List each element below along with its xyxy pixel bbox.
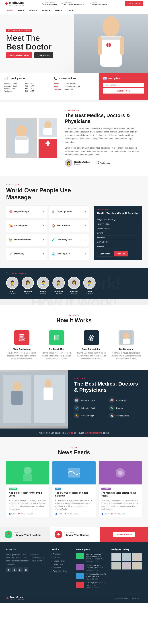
blog-author-2: 👤 ADMIN	[55, 513, 62, 515]
dept-psychotherapy-num: 1	[43, 210, 44, 213]
dept-item-small-inj2[interactable]: 🩺 Small Injuries 8	[49, 248, 89, 260]
footer-link-vet[interactable]: Veterinary	[51, 567, 72, 569]
footer-facebook-icon[interactable]: f	[6, 568, 11, 572]
dept-lab-icon: 🧪	[51, 238, 55, 242]
learn-more-button[interactable]: LEARN MORE	[34, 52, 54, 58]
blog-author-1: 👤 ADMIN	[9, 513, 16, 515]
footer-copyright: Copyright © GoomodalTheme - 2022	[114, 597, 142, 599]
service-item-advanced[interactable]: 🏥 Advanced Care	[74, 398, 107, 403]
social-google-icon[interactable]: g	[71, 92, 76, 96]
doctor-avatar-jhon: 👨‍⚕️	[83, 277, 96, 289]
doctor-card-romada[interactable]: 👩‍⚕️ Romada Specialist	[68, 277, 80, 294]
footer-link-retirement[interactable]: Retirement Home	[51, 570, 72, 572]
social-instagram-icon[interactable]: in	[65, 92, 70, 96]
service-item-psychology[interactable]: 🧠 Psychology	[109, 398, 142, 403]
contact-email-row: Email info@mediguss.com	[54, 86, 94, 87]
social-twitter-icon[interactable]: t	[60, 92, 64, 96]
service-item-psychotherapy[interactable]: 💊 Psychotherapy	[74, 413, 107, 418]
footer-link-emergency[interactable]: Emergency	[51, 553, 72, 555]
subscribe-button[interactable]: Subscribe Now	[103, 88, 144, 94]
dept-small-injuries-name: Small Injuries	[14, 224, 27, 227]
nav-contact[interactable]: CONTACT	[64, 7, 78, 14]
footer-recent-title: Recent posts	[76, 548, 107, 551]
hero-title-line2: Best Doctor	[6, 42, 52, 51]
dept-item-pharmacy[interactable]: 💉 Pharmacy 4	[6, 248, 47, 260]
dept-retirement-num: 3	[43, 238, 44, 241]
blog-content-3: FASHION The recorded voice scratched the…	[99, 484, 142, 518]
service-item-respite[interactable]: 🏠 Respite Home	[109, 413, 142, 418]
how-label: PROCESS	[6, 314, 142, 316]
blog-image-2	[52, 461, 96, 484]
gallery-img-1[interactable]	[111, 553, 121, 561]
service-psychology-name: Psychology	[116, 399, 126, 402]
how-title: How It Works	[6, 317, 142, 324]
nav-service[interactable]: SERVICE	[27, 7, 40, 14]
doctor-name-taimur: Taimur	[37, 290, 49, 293]
dept-item-small-injuries[interactable]: 💊 Small Injuries 2	[6, 220, 47, 232]
nav-about[interactable]: ABOUT	[15, 7, 27, 14]
gallery-img-3[interactable]	[132, 553, 142, 561]
nav-blog[interactable]: BLOG ▾	[52, 7, 64, 14]
email-info: ✉ Email Address HELLO@MEDIGUSS.COM	[61, 2, 84, 5]
doctor-card-romana[interactable]: 👩‍⚕️ Romana Specialist	[22, 277, 34, 294]
dept-item-psychotherapy[interactable]: 🧠 Psychotherapy 1	[6, 206, 47, 218]
service-item-corona[interactable]: 🦠 Corona	[109, 405, 142, 411]
dept-item-lab[interactable]: 🧪 Laboratory Test 7	[49, 234, 89, 246]
service-respite-icon: 🏠	[109, 413, 115, 418]
footer-post-date-4: February 10, 2020	[85, 587, 107, 589]
departments-section: DEPARTMENTS World Over People Use Massag…	[0, 176, 148, 268]
footer-link-respite[interactable]: Respite Home	[51, 560, 72, 562]
footer-linkedin-icon[interactable]: in	[24, 568, 28, 572]
emergency-item-optima: Optima ›	[97, 231, 139, 235]
blog-text-1: A campaign manager or campaign director …	[9, 499, 47, 511]
service-psychology-icon: 🧠	[109, 398, 115, 403]
doctor-card-jhon[interactable]: 👨‍⚕️ Jhon Specialist	[83, 277, 96, 294]
how-icon-scheming	[119, 330, 134, 345]
service-psychotherapy-name: Psychotherapy	[81, 414, 94, 417]
doctor-card-rosalina[interactable]: 👩‍⚕️ Rosalina Specialist	[52, 277, 65, 294]
get-care-now-button[interactable]: ❤ Get Care Now	[113, 532, 135, 537]
make-call-button[interactable]: Make Call	[114, 251, 128, 256]
service-item-lab[interactable]: 🧪 Laboratory Test	[74, 405, 107, 411]
cta-appointment-link[interactable]: An Appointment	[85, 432, 102, 434]
footer-service-col: Service Emergency Cardiac Respite Home D…	[51, 548, 72, 589]
gallery-img-2[interactable]	[122, 553, 131, 561]
footer-googleplus-icon[interactable]: g+	[18, 568, 22, 572]
gallery-img-5[interactable]	[122, 562, 131, 570]
social-facebook-icon[interactable]: f	[54, 92, 58, 96]
info-strip: 🕐 Opening Hours Monday - Friday 8:00 - 1…	[0, 73, 148, 100]
dept-help-home-icon: 🏠	[51, 224, 55, 228]
gallery-img-6[interactable]	[132, 562, 142, 570]
footer-link-dental[interactable]: Dental Care	[51, 563, 72, 566]
doctor-name-jhon: Jhon	[83, 290, 96, 293]
doctor-card-alex[interactable]: 👨‍⚕️ Alex Specialist	[6, 277, 18, 294]
about-content: ABOUT US The Best Medics, Doctors & Phys…	[65, 109, 142, 167]
departments-grid: 🧠 Psychotherapy 1 🔬 Major Operation 5 💊 …	[6, 206, 142, 260]
get-support-button[interactable]: Get Support	[97, 251, 113, 256]
service-advanced-icon: 🏥	[74, 398, 79, 403]
dept-item-retirement[interactable]: 🏡 Retirement Home 3	[6, 234, 47, 246]
how-bg-section: How It Work!	[0, 299, 148, 305]
doctor-role-taimur: Specialist	[37, 293, 49, 294]
make-appointment-button[interactable]: MAKE APPOINTMENT	[6, 52, 32, 58]
nav-pages[interactable]: PAGES ▾	[40, 7, 52, 14]
get-quote-button[interactable]: GET A QUOTE	[125, 1, 143, 6]
gallery-img-4[interactable]	[111, 562, 121, 570]
blog-content-1: TRAVEL A shining crescent for the flying…	[6, 484, 49, 518]
service-corona-name: Corona	[116, 407, 123, 409]
footer-post-1: Business Of Campaign Usually Regarding A…	[76, 553, 107, 562]
how-step-text-2: Having an in-house team of expert medica…	[41, 352, 72, 360]
founder-name: Rosalina William	[74, 161, 90, 163]
svg-point-24	[91, 336, 94, 338]
footer-post-date-3: February 10, 2020	[85, 578, 107, 580]
footer-link-cardiac[interactable]: Cardiac	[51, 556, 72, 559]
hours-time-3: 8:00 - 19:00	[25, 88, 45, 90]
dept-item-major-op[interactable]: 🔬 Major Operation 5	[49, 206, 89, 218]
how-icon-checkup	[49, 330, 64, 345]
blog-meta-2: 👤 ADMIN 📅 MARCH 10, 2020	[55, 513, 93, 515]
footer-twitter-icon[interactable]: t	[12, 568, 17, 572]
dept-item-help-home[interactable]: 🏠 Help At Home 6	[49, 220, 89, 232]
nav-home[interactable]: HOME	[5, 7, 15, 14]
doctor-card-taimur[interactable]: 👨‍⚕️ Taimur Specialist	[37, 277, 49, 294]
email-subscribe-input[interactable]	[103, 83, 144, 87]
